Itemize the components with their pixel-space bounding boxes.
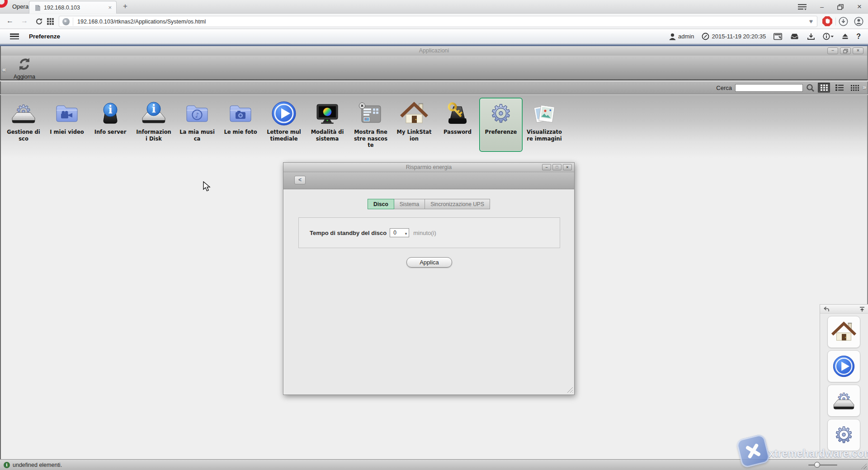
site-badge-icon[interactable] xyxy=(62,18,70,25)
svg-text:i: i xyxy=(108,103,112,116)
zoom-slider-knob[interactable] xyxy=(814,462,820,468)
standby-fieldset: Tempo di standby del disco 0 ▾ minuto(i) xyxy=(298,217,560,248)
window-title: Applicazioni xyxy=(1,46,867,56)
window-title-bar[interactable]: Applicazioni – × xyxy=(0,46,868,56)
url-field[interactable]: 192.168.0.103/rtknas2/Applications/Syste… xyxy=(59,16,817,27)
dialog-close-button[interactable]: × xyxy=(563,164,572,170)
app-i-miei-video[interactable]: I miei video xyxy=(45,98,89,152)
app-label: Preferenze xyxy=(480,129,522,136)
browser-minimize-icon[interactable]: – xyxy=(820,4,824,10)
profile-icon[interactable] xyxy=(854,17,863,26)
menu-hamburger-icon[interactable] xyxy=(10,33,19,40)
svg-text:♪: ♪ xyxy=(195,111,199,119)
clock-icon xyxy=(702,33,709,40)
dialog-back-button[interactable]: < xyxy=(294,176,306,184)
datetime: 2015-11-19 20:20:35 xyxy=(712,33,766,40)
app-my-linkstation[interactable]: My LinkStation xyxy=(392,98,436,152)
app-gestione-disco[interactable]: ⚙ Gestione disco xyxy=(2,98,45,152)
app-label: Informazioni Disk xyxy=(132,129,175,142)
speed-dial-icon[interactable] xyxy=(47,18,54,25)
disk-gear-icon: ⚙ xyxy=(831,388,857,414)
info-dropdown-icon[interactable] xyxy=(823,33,834,40)
reload-icon[interactable] xyxy=(35,18,43,25)
dialog-maximize-button[interactable]: □ xyxy=(552,164,561,170)
opera-logo-icon xyxy=(0,0,8,8)
browser-tab-active[interactable]: 192.168.0.103 × xyxy=(29,1,117,14)
window-close-button[interactable]: × xyxy=(853,47,863,54)
back-icon[interactable]: ← xyxy=(6,17,14,25)
tab-sincronizzazione-ups[interactable]: Sincronizzazione UPS xyxy=(425,199,490,209)
browser-restore-icon[interactable] xyxy=(837,4,844,10)
search-icon[interactable] xyxy=(806,84,815,92)
collapse-top-icon[interactable] xyxy=(859,306,865,312)
dialog-risparmio-energia: Risparmio energia – □ × < DiscoSistemaSi… xyxy=(283,162,575,395)
new-tab-button[interactable]: + xyxy=(123,2,127,11)
server-info-icon: i xyxy=(96,99,125,128)
dialog-minimize-button[interactable]: – xyxy=(542,164,551,170)
eject-icon[interactable] xyxy=(842,33,849,40)
dialog-title-bar[interactable]: Risparmio energia – □ × xyxy=(283,163,574,172)
apply-button[interactable]: Applica xyxy=(406,257,452,268)
browser-close-icon[interactable]: × xyxy=(857,4,862,10)
app-info-server[interactable]: iInfo server xyxy=(89,98,132,152)
dialog-resize-grip[interactable] xyxy=(566,386,573,393)
refresh-button[interactable]: Aggiorna xyxy=(10,56,39,80)
dialog-tabs: DiscoSistemaSincronizzazione UPS xyxy=(283,199,574,209)
tab-sistema[interactable]: Sistema xyxy=(394,199,425,209)
dock-item-my-linkstation[interactable] xyxy=(827,316,860,348)
app-lettore-multimediale[interactable]: Lettore multimediale xyxy=(262,98,306,152)
windows-icon[interactable] xyxy=(774,33,782,40)
app-la-mia-musica[interactable]: ♪La mia musica xyxy=(175,98,219,152)
dock-item-lettore-multimediale[interactable] xyxy=(827,350,860,382)
download-icon[interactable] xyxy=(839,17,848,26)
refresh-label: Aggiorna xyxy=(10,74,39,80)
nas-toolbar: Preferenze admin 2015-11-19 20:20:35 xyxy=(0,29,868,44)
help-icon[interactable]: ? xyxy=(856,33,861,41)
list-view-button[interactable] xyxy=(833,83,845,93)
resize-grip-icon[interactable] xyxy=(859,461,867,469)
download-tray-icon[interactable] xyxy=(807,33,815,40)
app-password[interactable]: Password xyxy=(436,98,479,152)
dock-item-preferenze[interactable]: ⚙ xyxy=(827,419,860,451)
zoom-slider-track[interactable] xyxy=(808,465,837,465)
dock-item-gestione-disco[interactable]: ⚙ xyxy=(827,385,860,417)
app-grid: ⚙ Gestione disco I miei video iInfo serv… xyxy=(2,98,566,152)
dialog-title: Risparmio energia xyxy=(283,163,574,172)
app-label: Info server xyxy=(89,129,132,136)
hidden-windows-icon xyxy=(356,99,385,128)
page-icon xyxy=(35,5,41,11)
shortcut-dock: ⚙ ⚙ xyxy=(820,304,868,459)
search-input[interactable] xyxy=(735,84,803,92)
tab-disco[interactable]: Disco xyxy=(368,199,394,209)
window-restore-button[interactable] xyxy=(840,47,851,54)
window-minimize-button[interactable]: – xyxy=(827,47,838,54)
drive-tray-icon[interactable] xyxy=(790,33,799,40)
divider xyxy=(835,18,836,25)
app-preferenze[interactable]: ⚙Preferenze xyxy=(479,98,523,152)
search-band: Cerca » xyxy=(0,81,868,94)
user-name: admin xyxy=(678,33,694,40)
svg-text:⚙: ⚙ xyxy=(490,99,512,128)
collapse-left-icon[interactable]: « xyxy=(2,66,6,73)
app-le-mie-foto[interactable]: Le mie foto xyxy=(219,98,262,152)
url-text[interactable]: 192.168.0.103/rtknas2/Applications/Syste… xyxy=(77,19,206,25)
forward-icon: → xyxy=(21,17,28,25)
user-indicator[interactable]: admin xyxy=(669,33,694,40)
dense-view-button[interactable] xyxy=(849,83,861,93)
user-icon xyxy=(669,33,676,40)
blocker-hand-icon[interactable] xyxy=(822,16,832,26)
grid-view-button[interactable] xyxy=(818,83,830,93)
dock-items: ⚙ ⚙ xyxy=(827,316,860,451)
collapse-right-icon[interactable]: » xyxy=(863,84,866,91)
standby-select[interactable]: 0 ▾ xyxy=(390,228,409,237)
bookmark-heart-icon[interactable]: ♥ xyxy=(809,18,813,25)
tab-menu-icon[interactable] xyxy=(798,4,807,10)
app-mostra-finestre-nascoste[interactable]: Mostra finestre nascoste xyxy=(349,98,392,152)
gear-icon: ⚙ xyxy=(486,99,515,128)
app-informazioni-disk[interactable]: iInformazioni Disk xyxy=(132,98,175,152)
clock-indicator: 2015-11-19 20:20:35 xyxy=(702,33,766,40)
app-modalita-di-sistema[interactable]: Modalità disistema xyxy=(306,98,349,152)
tab-close-icon[interactable]: × xyxy=(108,4,112,11)
undo-icon[interactable] xyxy=(823,306,830,312)
app-visualizzatore-immagini[interactable]: Visualizzatore immagini xyxy=(523,98,566,152)
